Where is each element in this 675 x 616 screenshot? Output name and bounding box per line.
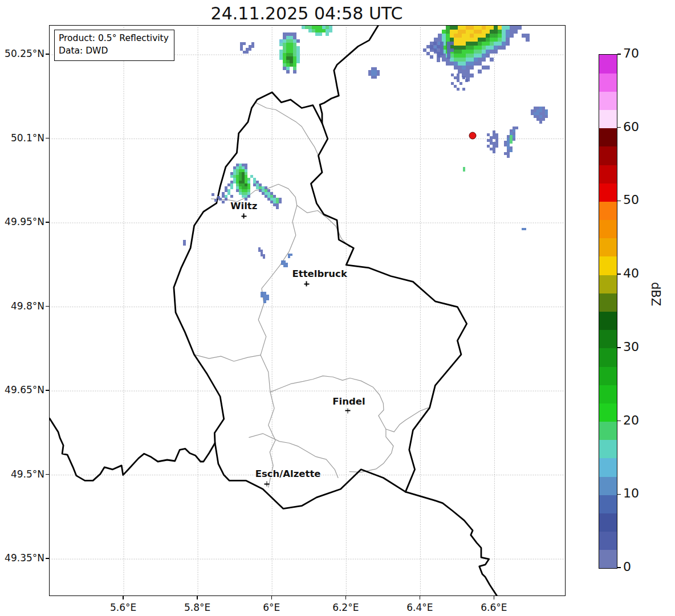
page-title: 24.11.2025 04:58 UTC (49, 3, 564, 23)
colorbar-tick-label: 70 (623, 46, 639, 60)
colorbar-band (599, 110, 617, 129)
y-tick-mark (46, 474, 49, 475)
colorbar-band (599, 165, 617, 183)
y-tick-mark (46, 222, 49, 222)
x-tick-mark (420, 596, 420, 599)
y-tick-label: 50.1°N (1, 132, 44, 144)
y-tick-label: 49.35°N (1, 552, 44, 564)
colorbar-band (599, 458, 617, 477)
colorbar-tick-label: 30 (623, 340, 639, 354)
x-tick-label: 6.2°E (323, 602, 368, 613)
colorbar-tick-mark (617, 127, 621, 128)
city-label: Wiltz (230, 201, 257, 211)
y-tick-mark (46, 390, 49, 390)
colorbar-band (599, 73, 617, 92)
y-tick-label: 49.65°N (1, 384, 44, 395)
colorbar-band (599, 293, 617, 312)
colorbar-band (599, 312, 617, 331)
colorbar-band (599, 403, 617, 422)
city-label: Esch/Alzette (255, 468, 321, 479)
colorbar-band (599, 550, 617, 569)
colorbar-band (599, 495, 617, 513)
colorbar-tick-label: 60 (623, 120, 639, 134)
x-tick-mark (123, 596, 123, 599)
y-tick-mark (46, 138, 49, 138)
city-layer: WiltzEttelbruckFindelEsch/Alzette (50, 26, 565, 595)
colorbar-tick-mark (617, 274, 621, 274)
colorbar-band (599, 128, 617, 147)
map-plot: WiltzEttelbruckFindelEsch/Alzette Produc… (49, 25, 566, 596)
product-info-line2: Data: DWD (59, 44, 169, 57)
radar-site-dot (469, 132, 477, 139)
colorbar-band (599, 476, 617, 495)
y-tick-label: 50.25°N (1, 48, 44, 59)
city-marker-icon (345, 408, 350, 413)
colorbar-band (599, 55, 617, 74)
y-tick-mark (46, 54, 49, 54)
colorbar-band (599, 275, 617, 293)
colorbar-tick-mark (617, 201, 621, 201)
colorbar-band (599, 91, 617, 110)
y-tick-mark (46, 306, 49, 307)
colorbar-tick-label: 20 (623, 413, 639, 427)
colorbar-tick-mark (617, 421, 621, 421)
colorbar-tick-label: 50 (623, 193, 639, 207)
y-tick-label: 49.95°N (1, 216, 44, 227)
colorbar-tick-label: 40 (623, 266, 639, 280)
x-tick-label: 6.6°E (471, 602, 517, 613)
colorbar-tick-mark (617, 347, 621, 348)
colorbar (599, 54, 617, 569)
city-label: Ettelbruck (292, 268, 347, 279)
weather-radar-page: 24.11.2025 04:58 UTC WiltzEttelbruckFind… (0, 0, 675, 616)
city-label: Findel (332, 396, 365, 407)
colorbar-band (599, 238, 617, 257)
colorbar-band (599, 183, 617, 202)
y-tick-label: 49.5°N (1, 468, 44, 480)
x-tick-mark (494, 596, 494, 599)
product-info-line1: Product: 0.5° Reflectivity (59, 32, 169, 44)
x-tick-label: 5.6°E (100, 602, 146, 613)
colorbar-band (599, 348, 617, 367)
x-tick-label: 6.4°E (397, 602, 442, 613)
colorbar-band (599, 422, 617, 440)
product-info-box: Product: 0.5° Reflectivity Data: DWD (54, 30, 174, 61)
colorbar-band (599, 513, 617, 532)
city-marker-icon (241, 214, 246, 219)
colorbar-band (599, 201, 617, 220)
colorbar-band (599, 330, 617, 349)
x-tick-label: 5.8°E (174, 602, 220, 613)
colorbar-band (599, 385, 617, 403)
colorbar-band (599, 532, 617, 550)
colorbar-axis-label: dBZ (649, 282, 662, 306)
city-marker-icon (304, 282, 309, 287)
colorbar-tick-mark (617, 567, 621, 568)
colorbar-band (599, 440, 617, 459)
x-tick-mark (271, 596, 272, 599)
colorbar-band (599, 366, 617, 385)
colorbar-tick-label: 0 (623, 560, 631, 574)
x-tick-mark (345, 596, 346, 599)
colorbar-band (599, 256, 617, 275)
colorbar-tick-mark (617, 494, 621, 495)
y-tick-label: 49.8°N (1, 300, 44, 312)
y-tick-mark (46, 558, 49, 558)
colorbar-tick-mark (617, 54, 621, 54)
colorbar-band (599, 146, 617, 165)
x-tick-label: 6°E (249, 602, 294, 613)
x-tick-mark (197, 596, 197, 599)
city-marker-icon (265, 482, 270, 487)
colorbar-tick-label: 10 (623, 486, 639, 500)
colorbar-band (599, 220, 617, 239)
